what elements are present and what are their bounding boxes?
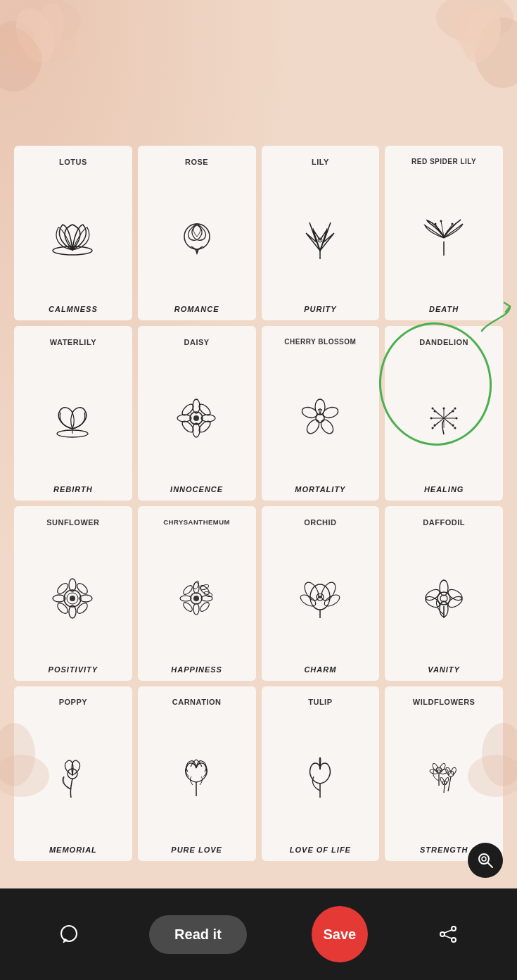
svg-point-99 (298, 592, 317, 608)
svg-point-40 (319, 417, 336, 436)
read-it-button[interactable]: Read it (149, 915, 247, 954)
flower-name-spider-lily: RED SPIDER LILY (411, 153, 476, 171)
orchid-icon (295, 574, 345, 623)
arrow-annotation (475, 299, 517, 334)
flower-name-daisy: DAISY (184, 333, 210, 351)
svg-point-22 (434, 223, 436, 225)
flower-meaning-daisy: INNOCENCE (170, 485, 223, 494)
carnation-icon (172, 754, 222, 803)
flower-name-lily: LILY (312, 153, 329, 171)
flower-card-tulip: TULIP LOVE OF LIFE (262, 686, 380, 861)
flower-name-dandelion: DANDELION (419, 333, 468, 351)
svg-point-47 (321, 409, 322, 410)
flower-name-tulip: TULIP (308, 693, 332, 712)
flower-meaning-carnation: PURE LOVE (171, 846, 222, 854)
flower-name-sunflower: SUNFLOWER (46, 513, 99, 532)
share-icon[interactable] (433, 919, 464, 950)
svg-point-41 (305, 417, 321, 436)
flower-meaning-orchid: CHARM (304, 665, 336, 674)
corner-decoration-tr (390, 0, 517, 106)
flower-meaning-sunflower: POSITIVITY (49, 665, 98, 674)
flower-meaning-rose: ROMANCE (174, 305, 219, 313)
flower-meaning-lily: PURITY (304, 305, 336, 313)
flower-name-daffodil: DAFFODIL (423, 513, 465, 532)
sunflower-icon (49, 574, 98, 623)
svg-point-132 (482, 857, 486, 861)
flower-card-dandelion: DANDELION (385, 326, 503, 501)
svg-point-62 (452, 410, 454, 412)
svg-line-57 (444, 408, 455, 418)
flower-card-waterlily: WATERLILY REBIRTH (14, 326, 132, 501)
svg-point-46 (318, 409, 319, 410)
svg-point-68 (454, 407, 456, 409)
flower-meaning-poppy: MEMORIAL (49, 846, 97, 854)
svg-point-64 (452, 424, 454, 426)
rose-icon (172, 213, 222, 263)
flower-name-waterlily: WATERLILY (50, 333, 96, 351)
save-button[interactable]: Save (312, 906, 368, 962)
tulip-icon (295, 754, 345, 803)
flower-name-rose: ROSE (185, 153, 208, 171)
svg-point-24 (440, 220, 442, 222)
daffodil-icon (419, 574, 468, 623)
svg-point-88 (201, 596, 212, 601)
flower-meaning-tulip: LOVE OF LIFE (290, 846, 351, 854)
svg-point-79 (56, 582, 70, 596)
flower-meaning-dandelion: HEALING (424, 485, 464, 494)
cherry-blossom-icon (295, 394, 345, 443)
svg-point-71 (431, 427, 433, 429)
svg-point-110 (438, 592, 450, 605)
flower-name-poppy: POPPY (59, 693, 87, 712)
svg-point-74 (70, 596, 75, 601)
svg-point-48 (319, 408, 321, 410)
svg-point-84 (193, 596, 199, 601)
svg-point-135 (452, 938, 456, 942)
svg-line-58 (433, 408, 444, 418)
chrysanthemum-icon (172, 574, 222, 623)
flower-card-carnation: CARNATION PURE LOVE (138, 686, 256, 861)
svg-point-100 (322, 592, 341, 608)
lens-icon[interactable] (468, 843, 503, 878)
chat-icon[interactable] (53, 919, 84, 950)
flower-card-rose: ROSE ROMANCE (138, 146, 256, 320)
flower-meaning-wildflowers: STRENGTH (420, 846, 468, 854)
svg-point-80 (75, 582, 89, 596)
flower-meaning-cherry-blossom: MORTALITY (295, 485, 345, 494)
daisy-icon (172, 394, 222, 443)
svg-point-134 (452, 926, 456, 931)
dandelion-icon (419, 394, 468, 443)
svg-line-138 (445, 936, 452, 938)
svg-point-136 (440, 932, 445, 936)
flower-card-chrysanthemum: CHRYSANTHEMUM (138, 506, 256, 681)
flower-card-orchid: ORCHID CHARM (262, 506, 380, 681)
svg-point-86 (193, 603, 199, 615)
svg-point-69 (431, 407, 433, 409)
flower-meaning-lotus: CALMNESS (49, 305, 98, 313)
corner-decoration-tl (0, 0, 141, 106)
svg-point-66 (430, 417, 432, 419)
lotus-icon (49, 213, 98, 263)
svg-point-82 (75, 601, 89, 615)
svg-point-23 (451, 223, 453, 225)
flower-meaning-waterlily: REBIRTH (53, 485, 93, 494)
flower-name-chrysanthemum: CHRYSANTHEMUM (163, 513, 230, 532)
flower-name-carnation: CARNATION (172, 693, 222, 712)
flower-meaning-chrysanthemum: HAPPINESS (171, 665, 222, 674)
svg-point-61 (442, 407, 445, 409)
svg-point-67 (433, 410, 435, 412)
svg-line-59 (444, 418, 455, 428)
svg-point-63 (455, 417, 457, 419)
svg-line-137 (445, 930, 452, 933)
flower-card-spider-lily: RED SPIDER LILY DEA (385, 146, 503, 320)
svg-point-133 (61, 926, 77, 941)
corner-decoration-br (411, 712, 517, 797)
flower-meaning-daffodil: VANITY (428, 665, 460, 674)
bottom-bar: Read it Save (0, 888, 517, 980)
svg-point-65 (433, 424, 435, 426)
waterlily-icon (49, 394, 98, 443)
flower-name-lotus: LOTUS (59, 153, 87, 171)
flower-meaning-spider-lily: DEATH (429, 305, 459, 313)
flower-card-daisy: DAISY INNOCENCE (138, 326, 256, 501)
flower-name-wildflowers: WILDFLOWERS (413, 693, 475, 712)
svg-point-102 (319, 596, 321, 598)
